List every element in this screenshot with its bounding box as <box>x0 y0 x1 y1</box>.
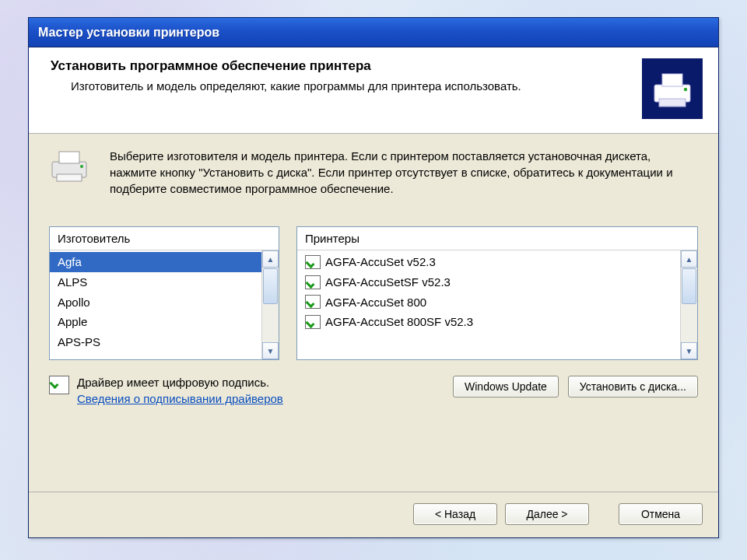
svg-point-4 <box>684 88 687 91</box>
certified-icon <box>305 255 321 269</box>
scroll-thumb[interactable] <box>682 268 696 304</box>
svg-rect-7 <box>57 174 82 181</box>
manufacturer-item[interactable]: Agfa <box>50 252 279 272</box>
certified-icon <box>305 315 321 329</box>
printer-item[interactable]: AGFA-AccuSet v52.3 <box>297 252 697 272</box>
header-heading: Установить программное обеспечение принт… <box>51 58 630 74</box>
printer-item[interactable]: AGFA-AccuSetSF v52.3 <box>297 272 697 292</box>
manufacturer-list: Изготовитель Agfa ALPS Apollo Apple APS-… <box>49 226 279 360</box>
signature-info-link[interactable]: Сведения о подписывании драйверов <box>77 392 283 405</box>
instruction-text: Выберите изготовителя и модель принтера.… <box>110 148 698 197</box>
certified-icon <box>49 376 69 394</box>
scrollbar[interactable]: ▲ ▼ <box>261 250 279 359</box>
printer-item-label: AGFA-AccuSetSF v52.3 <box>325 274 451 291</box>
install-from-disk-button[interactable]: Установить с диска... <box>568 376 698 397</box>
spacer <box>597 503 611 525</box>
svg-rect-6 <box>59 152 79 163</box>
scroll-track[interactable] <box>681 305 697 342</box>
windows-update-button[interactable]: Windows Update <box>453 376 559 397</box>
manufacturer-list-header: Изготовитель <box>50 227 279 250</box>
window-title: Мастер установки принтеров <box>38 26 219 40</box>
printer-item[interactable]: AGFA-AccuSet 800 <box>297 292 697 313</box>
manufacturer-list-body[interactable]: Agfa ALPS Apollo Apple APS-PS ▲ ▼ <box>50 250 279 359</box>
instruction-row: Выберите изготовителя и модель принтера.… <box>49 148 698 197</box>
printer-item-label: AGFA-AccuSet 800SF v52.3 <box>325 313 473 331</box>
printer-small-icon <box>49 148 96 185</box>
manufacturer-item[interactable]: Apollo <box>50 292 279 313</box>
scroll-thumb[interactable] <box>263 268 278 304</box>
manufacturer-item-label: Apollo <box>58 294 90 311</box>
printers-list-header: Принтеры <box>297 227 697 250</box>
footer-row: Драйвер имеет цифровую подпись. Сведения… <box>49 376 698 405</box>
scroll-down-icon[interactable]: ▼ <box>262 342 279 359</box>
manufacturer-item-label: ALPS <box>58 274 87 291</box>
header-subtext: Изготовитель и модель определяют, какие … <box>71 79 630 94</box>
svg-point-8 <box>80 165 83 168</box>
certified-icon <box>305 295 321 309</box>
printers-list-body[interactable]: AGFA-AccuSet v52.3 AGFA-AccuSetSF v52.3 … <box>297 250 697 359</box>
header-text: Установить программное обеспечение принт… <box>51 58 630 94</box>
manufacturer-item-label: Agfa <box>58 254 82 271</box>
scroll-up-icon[interactable]: ▲ <box>681 250 697 268</box>
cancel-button[interactable]: Отмена <box>619 503 703 525</box>
lists-row: Изготовитель Agfa ALPS Apollo Apple APS-… <box>49 226 698 360</box>
back-button[interactable]: < Назад <box>413 503 497 525</box>
next-button[interactable]: Далее > <box>505 503 589 525</box>
scroll-up-icon[interactable]: ▲ <box>262 250 279 268</box>
scroll-track[interactable] <box>262 305 279 342</box>
manufacturer-item[interactable]: Apple <box>50 312 279 332</box>
svg-rect-2 <box>662 74 682 86</box>
manufacturer-item[interactable]: ALPS <box>50 272 279 292</box>
printer-item[interactable]: AGFA-AccuSet 800SF v52.3 <box>297 312 697 332</box>
body-pane: Выберите изготовителя и модель принтера.… <box>29 134 718 492</box>
header-pane: Установить программное обеспечение принт… <box>29 47 718 134</box>
manufacturer-item-label: APS-PS <box>58 334 100 351</box>
nav-bar: < Назад Далее > Отмена <box>29 492 718 537</box>
printer-hero-icon <box>642 58 703 119</box>
printer-item-label: AGFA-AccuSet v52.3 <box>325 254 436 271</box>
scrollbar[interactable]: ▲ ▼ <box>680 250 697 359</box>
signature-status: Драйвер имеет цифровую подпись. <box>77 376 283 389</box>
certified-icon <box>305 275 321 289</box>
printers-list: Принтеры AGFA-AccuSet v52.3 AGFA-AccuSet… <box>296 226 698 360</box>
signature-block: Драйвер имеет цифровую подпись. Сведения… <box>49 376 444 405</box>
titlebar[interactable]: Мастер установки принтеров <box>29 18 718 47</box>
scroll-down-icon[interactable]: ▼ <box>681 342 697 359</box>
wizard-window: Мастер установки принтеров Установить пр… <box>28 17 719 538</box>
svg-rect-3 <box>659 99 686 107</box>
manufacturer-item-label: Apple <box>58 313 87 331</box>
manufacturer-item[interactable]: APS-PS <box>50 332 279 352</box>
printer-item-label: AGFA-AccuSet 800 <box>325 294 426 311</box>
